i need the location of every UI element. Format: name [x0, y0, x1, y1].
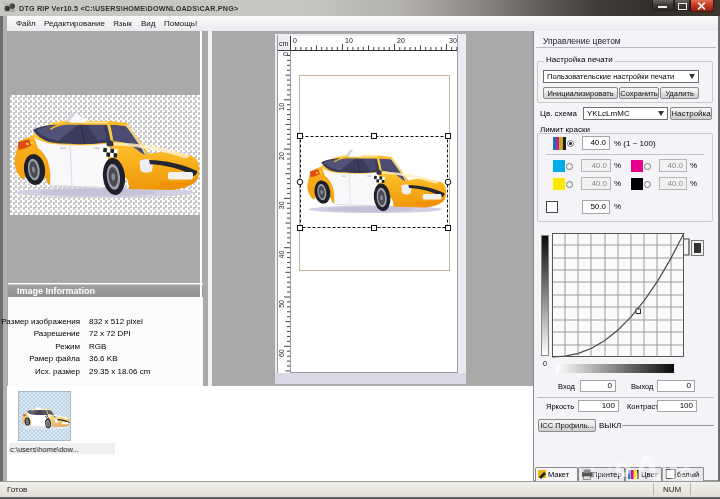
svg-text:20: 20 — [397, 37, 405, 44]
svg-text:0: 0 — [293, 37, 297, 44]
svg-text:10: 10 — [278, 103, 285, 111]
svg-text:40: 40 — [278, 251, 285, 259]
svg-text:30: 30 — [278, 201, 285, 209]
svg-text:50: 50 — [278, 300, 285, 308]
svg-text:60: 60 — [278, 349, 285, 357]
svg-text:0: 0 — [282, 52, 289, 56]
svg-text:10: 10 — [345, 37, 353, 44]
svg-text:cm: cm — [279, 40, 289, 47]
svg-text:30: 30 — [449, 37, 457, 44]
svg-text:ito: ito — [661, 458, 695, 485]
svg-text:20: 20 — [278, 152, 285, 160]
